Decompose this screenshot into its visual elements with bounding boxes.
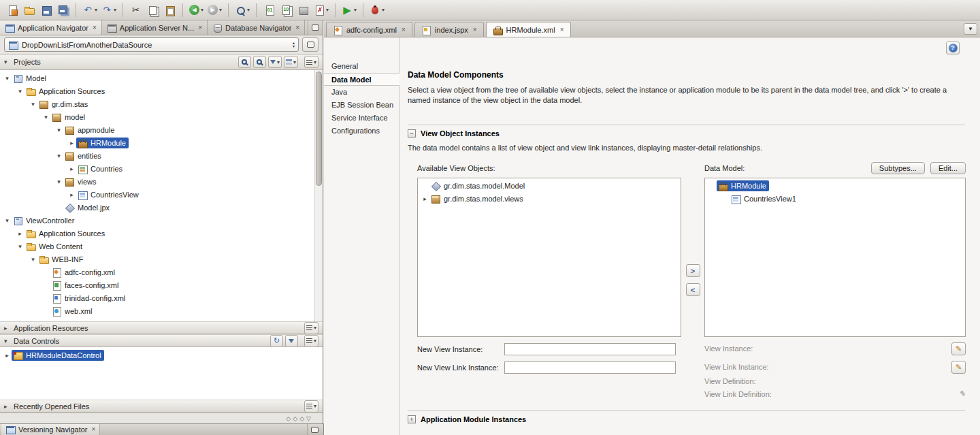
projects-scrollbar[interactable] <box>314 70 323 321</box>
deploy-button[interactable] <box>295 2 312 18</box>
tree-item[interactable]: ▾Web Content <box>0 240 313 253</box>
run-button[interactable]: ▶▾ <box>340 2 359 18</box>
editor-tab-jspx-file[interactable]: index.jspx× <box>414 22 484 37</box>
cut-button[interactable]: ✂ <box>127 2 144 18</box>
open-file-button[interactable] <box>20 2 37 18</box>
tree-item[interactable]: Model.jpx <box>0 201 313 214</box>
save-all-button[interactable] <box>54 2 71 18</box>
tree-item[interactable]: ▸HRModule <box>0 136 313 149</box>
expand-section-icon[interactable]: + <box>408 415 416 423</box>
editor-tab-appmodule[interactable]: HRModule.xml× <box>486 22 571 37</box>
tree-item[interactable]: adfc-config.xml <box>0 265 313 278</box>
editor-nav-item[interactable]: Configurations <box>324 125 399 138</box>
projects-header[interactable]: ▾ Projects ▾ ▾ ▾ <box>0 54 323 70</box>
redo-button[interactable]: ↷▾ <box>99 2 118 18</box>
available-view-objects-list[interactable]: gr.dim.stas.model.Model▸gr.dim.stas.mode… <box>417 178 681 337</box>
subtypes-button[interactable]: Subtypes... <box>871 162 925 174</box>
expand-closed-icon[interactable]: ▸ <box>16 230 24 237</box>
dropdown-caret-icon[interactable]: ▾ <box>354 7 357 13</box>
navigator-options-button[interactable]: ▾ <box>284 56 298 68</box>
data-controls-header[interactable]: ▾ Data Controls ↻ ▾ <box>0 334 323 347</box>
search-user-button[interactable]: ▾ <box>233 2 252 18</box>
tree-item[interactable]: CountriesView1 <box>705 193 965 206</box>
navigator-display-button[interactable] <box>302 37 318 52</box>
recently-opened-files-header[interactable]: ▸ Recently Opened Files ▾ <box>0 400 323 413</box>
new-file-button[interactable] <box>3 2 20 18</box>
save-button[interactable] <box>37 2 54 18</box>
expand-open-icon[interactable]: ▾ <box>54 152 63 159</box>
tree-item[interactable]: gr.dim.stas.model.Model <box>418 180 681 193</box>
close-icon[interactable]: × <box>92 426 96 433</box>
data-model-list[interactable]: HRModuleCountriesView1 <box>704 178 966 337</box>
search-projects-button[interactable] <box>238 56 251 68</box>
move-left-button[interactable]: < <box>686 283 700 296</box>
edit-button[interactable]: Edit... <box>930 162 966 174</box>
scrollbar-thumb[interactable] <box>316 71 322 186</box>
expand-open-icon[interactable]: ▾ <box>29 256 37 263</box>
application-resources-header[interactable]: ▸ Application Resources ▾ <box>0 321 323 334</box>
dropdown-caret-icon[interactable]: ▾ <box>247 7 250 13</box>
editor-nav-item[interactable]: Service Interface <box>324 112 399 125</box>
expand-section-icon[interactable]: ▸ <box>4 325 10 332</box>
scroll-to-selection-button[interactable] <box>253 56 266 68</box>
close-icon[interactable]: × <box>198 25 202 31</box>
tree-item[interactable]: ▸HRModuleDataControl <box>0 349 323 361</box>
expand-open-icon[interactable]: ▾ <box>42 114 50 120</box>
expand-open-icon[interactable]: ▾ <box>3 217 12 224</box>
minimize-panel-button[interactable] <box>307 424 322 435</box>
close-icon[interactable]: × <box>402 27 406 33</box>
edit-view-link-instance-button[interactable]: ✎ <box>951 361 966 374</box>
rebuild-button[interactable] <box>278 2 295 18</box>
data-controls-menu-button[interactable]: ▾ <box>304 335 318 347</box>
tree-item[interactable]: ▾gr.dim.stas <box>0 97 313 110</box>
dropdown-caret-icon[interactable]: ▾ <box>219 7 222 13</box>
dropdown-caret-icon[interactable]: ▾ <box>382 7 385 13</box>
tree-item[interactable]: ▸Application Sources <box>0 227 313 240</box>
editor-nav-item[interactable]: General <box>324 60 399 73</box>
expand-closed-icon[interactable]: ▸ <box>67 165 76 172</box>
expand-closed-icon[interactable]: ▸ <box>67 140 76 146</box>
make-button[interactable] <box>261 2 278 18</box>
projects-menu-button[interactable]: ▾ <box>304 56 318 68</box>
editor-tab-adfc-file[interactable]: adfc-config.xml× <box>326 22 412 37</box>
audit-button[interactable]: ▾ <box>312 2 331 18</box>
edit-view-instance-button[interactable]: ✎ <box>951 342 966 355</box>
expand-open-icon[interactable]: ▾ <box>54 127 63 133</box>
forward-button[interactable]: ▶▾ <box>206 2 224 18</box>
undo-button[interactable]: ↶▾ <box>80 2 99 18</box>
tree-item[interactable]: ▾views <box>0 175 313 188</box>
tree-item[interactable]: faces-config.xml <box>0 278 313 291</box>
versioning-navigator-tab[interactable]: Versioning Navigator × <box>1 424 100 435</box>
tree-item[interactable]: ▸Countries <box>0 162 313 175</box>
expand-section-icon[interactable]: ▸ <box>4 403 10 410</box>
filter-button[interactable]: ▾ <box>268 56 282 68</box>
dropdown-caret-icon[interactable]: ▾ <box>114 7 116 13</box>
new-view-link-instance-input[interactable] <box>504 361 676 374</box>
editor-nav-item[interactable]: EJB Session Bean <box>324 99 399 112</box>
tree-item[interactable]: ▾WEB-INF <box>0 253 313 265</box>
navigator-tab-database[interactable]: Database Navigator× <box>208 20 305 35</box>
collapse-section-icon[interactable]: − <box>408 129 416 138</box>
editor-nav-item[interactable]: Java <box>324 86 399 99</box>
navigator-tab-app-server[interactable]: Application Server N...× <box>102 20 208 35</box>
dropdown-caret-icon[interactable]: ▾ <box>326 7 329 13</box>
collapse-section-icon[interactable]: ▾ <box>4 338 10 344</box>
tree-item[interactable]: ▾ViewController <box>0 214 313 227</box>
dropdown-caret-icon[interactable]: ▾ <box>95 7 97 13</box>
resize-handle-icon[interactable]: ◇◇◇▽ <box>286 415 313 422</box>
tree-item[interactable]: ▾Application Sources <box>0 84 313 97</box>
move-right-button[interactable]: > <box>686 264 700 277</box>
tree-item[interactable]: trinidad-config.xml <box>0 291 313 304</box>
tree-item[interactable]: ▾model <box>0 110 313 123</box>
expand-open-icon[interactable]: ▾ <box>16 88 24 95</box>
minimize-panel-button[interactable] <box>308 20 323 35</box>
expand-closed-icon[interactable]: ▸ <box>3 352 12 359</box>
back-button[interactable]: ◀▾ <box>187 2 206 18</box>
expand-open-icon[interactable]: ▾ <box>3 75 12 82</box>
expand-open-icon[interactable]: ▾ <box>16 243 24 250</box>
copy-button[interactable] <box>144 2 161 18</box>
application-resources-menu-button[interactable]: ▾ <box>304 322 318 334</box>
expand-open-icon[interactable]: ▾ <box>54 178 63 185</box>
collapse-projects-icon[interactable]: ▾ <box>4 59 10 65</box>
tab-list-dropdown-button[interactable]: ▼ <box>964 23 977 35</box>
